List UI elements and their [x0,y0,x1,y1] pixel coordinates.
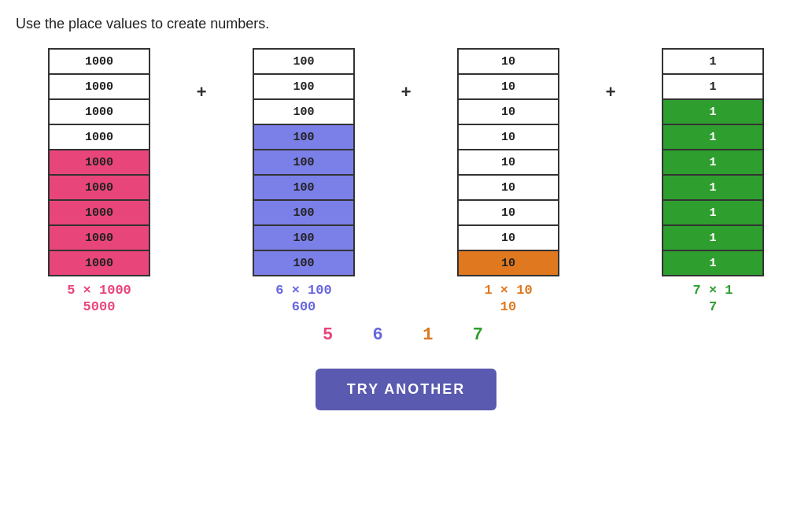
block: 10 [458,150,559,175]
block: 10 [458,200,559,225]
thousands-value: 5000 [83,299,116,314]
block-highlighted: 1000 [49,225,149,250]
result-display: 5 6 1 7 [323,325,489,345]
block-highlighted: 1 [663,99,763,124]
block: 10 [458,124,559,150]
block-highlighted: 1000 [49,175,149,200]
block: 1 [663,74,763,99]
plus-2: + [382,48,430,103]
block: 10 [458,49,559,74]
tens-blocks: 10 10 10 10 10 10 10 10 10 [457,48,559,276]
block-highlighted: 1000 [49,150,149,175]
hundreds-column: 100 100 100 100 100 100 100 100 100 6 × … [225,48,382,314]
tens-formula: 1 × 10 [484,283,532,298]
block: 10 [458,225,559,250]
main-content: 1000 1000 1000 1000 1000 1000 1000 1000 … [0,40,812,410]
instruction-text: Use the place values to create numbers. [0,0,812,40]
hundreds-blocks: 100 100 100 100 100 100 100 100 100 [253,48,355,276]
block-highlighted: 1000 [49,250,149,276]
block: 100 [253,49,354,74]
block: 100 [253,99,354,124]
block: 10 [458,99,559,124]
block-highlighted: 100 [253,200,354,225]
ones-column: 1 1 1 1 1 1 1 1 1 7 × 1 7 [634,48,792,314]
result-digit-4: 7 [473,325,489,345]
ones-value: 7 [709,299,717,314]
block-highlighted: 1 [663,150,763,175]
ones-formula: 7 × 1 [692,283,733,298]
block-highlighted: 1 [663,225,763,250]
block: 1000 [49,49,149,74]
columns-container: 1000 1000 1000 1000 1000 1000 1000 1000 … [20,48,792,314]
block: 10 [458,74,559,99]
block: 1 [663,49,763,74]
block: 1000 [49,99,149,124]
tens-column: 10 10 10 10 10 10 10 10 10 1 × 10 10 [430,48,587,314]
hundreds-formula: 6 × 100 [275,283,331,298]
block-highlighted: 100 [253,124,354,150]
block-highlighted: 1000 [49,200,149,225]
block-highlighted: 100 [253,175,354,200]
block: 1000 [49,74,149,99]
block-highlighted: 100 [253,150,354,175]
block: 10 [458,175,559,200]
try-another-button[interactable]: TRY ANOTHER [316,369,496,410]
result-digit-1: 5 [323,325,339,345]
block: 1000 [49,124,149,150]
tens-value: 10 [500,299,516,314]
plus-3: + [587,48,634,103]
block-highlighted: 1 [663,124,763,150]
thousands-formula: 5 × 1000 [67,283,131,298]
hundreds-value: 600 [292,299,316,314]
block-highlighted: 1 [663,175,763,200]
block-highlighted: 1 [663,200,763,225]
ones-blocks: 1 1 1 1 1 1 1 1 1 [662,48,764,276]
result-digit-2: 6 [373,325,389,345]
plus-1: + [178,48,225,103]
block-highlighted: 100 [253,225,354,250]
block: 100 [253,74,354,99]
block-highlighted: 1 [663,250,763,276]
thousands-column: 1000 1000 1000 1000 1000 1000 1000 1000 … [20,48,178,314]
result-digit-3: 1 [423,325,439,345]
block-highlighted: 100 [253,250,354,276]
thousands-blocks: 1000 1000 1000 1000 1000 1000 1000 1000 … [48,48,150,276]
block-highlighted: 10 [458,250,559,276]
